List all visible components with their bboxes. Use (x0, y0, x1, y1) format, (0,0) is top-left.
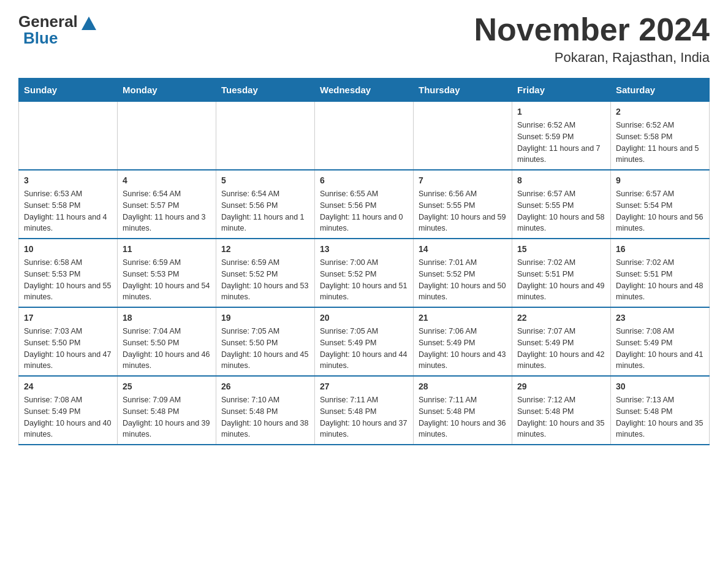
day-number: 1 (517, 105, 605, 118)
calendar-week-1: 1Sunrise: 6:52 AM Sunset: 5:59 PM Daylig… (19, 102, 710, 170)
logo-triangle-icon (82, 17, 96, 30)
day-info: Sunrise: 6:57 AM Sunset: 5:55 PM Dayligh… (517, 188, 605, 234)
day-info: Sunrise: 7:08 AM Sunset: 5:49 PM Dayligh… (24, 394, 112, 440)
day-number: 18 (123, 312, 211, 324)
day-info: Sunrise: 7:05 AM Sunset: 5:50 PM Dayligh… (221, 326, 309, 372)
calendar-cell: 19Sunrise: 7:05 AM Sunset: 5:50 PM Dayli… (216, 307, 315, 376)
day-info: Sunrise: 7:09 AM Sunset: 5:48 PM Dayligh… (123, 394, 211, 440)
day-info: Sunrise: 7:02 AM Sunset: 5:51 PM Dayligh… (616, 257, 704, 303)
day-info: Sunrise: 7:02 AM Sunset: 5:51 PM Dayligh… (517, 257, 605, 303)
day-number: 16 (616, 243, 704, 256)
calendar-cell: 23Sunrise: 7:08 AM Sunset: 5:49 PM Dayli… (611, 307, 710, 376)
calendar-cell: 27Sunrise: 7:11 AM Sunset: 5:48 PM Dayli… (315, 376, 414, 445)
day-number: 9 (616, 174, 704, 187)
day-number: 15 (517, 243, 605, 256)
day-number: 7 (419, 174, 507, 187)
day-info: Sunrise: 7:11 AM Sunset: 5:48 PM Dayligh… (419, 394, 507, 440)
day-info: Sunrise: 6:55 AM Sunset: 5:56 PM Dayligh… (320, 188, 408, 234)
calendar-week-4: 17Sunrise: 7:03 AM Sunset: 5:50 PM Dayli… (19, 307, 710, 376)
calendar-cell: 24Sunrise: 7:08 AM Sunset: 5:49 PM Dayli… (19, 376, 118, 445)
calendar-cell: 14Sunrise: 7:01 AM Sunset: 5:52 PM Dayli… (414, 239, 512, 307)
calendar-cell: 16Sunrise: 7:02 AM Sunset: 5:51 PM Dayli… (611, 239, 710, 307)
calendar-cell: 6Sunrise: 6:55 AM Sunset: 5:56 PM Daylig… (315, 170, 414, 239)
day-number: 4 (123, 174, 211, 187)
calendar-cell (414, 102, 512, 170)
calendar-cell: 17Sunrise: 7:03 AM Sunset: 5:50 PM Dayli… (19, 307, 118, 376)
calendar-cell: 29Sunrise: 7:12 AM Sunset: 5:48 PM Dayli… (512, 376, 611, 445)
day-info: Sunrise: 6:59 AM Sunset: 5:53 PM Dayligh… (123, 257, 211, 303)
day-info: Sunrise: 7:12 AM Sunset: 5:48 PM Dayligh… (517, 394, 605, 440)
calendar-cell: 2Sunrise: 6:52 AM Sunset: 5:58 PM Daylig… (611, 102, 710, 170)
day-info: Sunrise: 6:59 AM Sunset: 5:52 PM Dayligh… (221, 257, 309, 303)
day-number: 20 (320, 312, 408, 324)
day-info: Sunrise: 6:52 AM Sunset: 5:58 PM Dayligh… (616, 120, 704, 166)
calendar-week-2: 3Sunrise: 6:53 AM Sunset: 5:58 PM Daylig… (19, 170, 710, 239)
day-number: 30 (616, 380, 704, 393)
day-info: Sunrise: 6:57 AM Sunset: 5:54 PM Dayligh… (616, 188, 704, 234)
day-info: Sunrise: 7:11 AM Sunset: 5:48 PM Dayligh… (320, 394, 408, 440)
calendar-cell: 20Sunrise: 7:05 AM Sunset: 5:49 PM Dayli… (315, 307, 414, 376)
calendar-cell: 18Sunrise: 7:04 AM Sunset: 5:50 PM Dayli… (118, 307, 216, 376)
calendar-cell: 13Sunrise: 7:00 AM Sunset: 5:52 PM Dayli… (315, 239, 414, 307)
calendar-cell: 4Sunrise: 6:54 AM Sunset: 5:57 PM Daylig… (118, 170, 216, 239)
day-info: Sunrise: 7:07 AM Sunset: 5:49 PM Dayligh… (517, 326, 605, 372)
logo: General Blue (18, 12, 96, 48)
calendar-cell: 11Sunrise: 6:59 AM Sunset: 5:53 PM Dayli… (118, 239, 216, 307)
day-info: Sunrise: 7:03 AM Sunset: 5:50 PM Dayligh… (24, 326, 112, 372)
day-info: Sunrise: 6:52 AM Sunset: 5:59 PM Dayligh… (517, 120, 605, 166)
day-number: 28 (419, 380, 507, 393)
weekday-header-sunday: Sunday (19, 79, 118, 102)
day-number: 27 (320, 380, 408, 393)
weekday-header-wednesday: Wednesday (315, 79, 414, 102)
calendar-cell (118, 102, 216, 170)
calendar-cell: 7Sunrise: 6:56 AM Sunset: 5:55 PM Daylig… (414, 170, 512, 239)
calendar-table: SundayMondayTuesdayWednesdayThursdayFrid… (18, 78, 710, 445)
day-number: 8 (517, 174, 605, 187)
day-info: Sunrise: 6:54 AM Sunset: 5:56 PM Dayligh… (221, 188, 309, 234)
title-area: November 2024 Pokaran, Rajasthan, India (474, 12, 710, 66)
logo-blue-text: Blue (18, 29, 58, 48)
day-number: 19 (221, 312, 309, 324)
day-number: 29 (517, 380, 605, 393)
weekday-header-saturday: Saturday (611, 79, 710, 102)
calendar-cell (19, 102, 118, 170)
day-number: 26 (221, 380, 309, 393)
month-year-title: November 2024 (474, 12, 710, 47)
day-number: 25 (123, 380, 211, 393)
day-info: Sunrise: 7:05 AM Sunset: 5:49 PM Dayligh… (320, 326, 408, 372)
calendar-cell: 5Sunrise: 6:54 AM Sunset: 5:56 PM Daylig… (216, 170, 315, 239)
calendar-cell: 3Sunrise: 6:53 AM Sunset: 5:58 PM Daylig… (19, 170, 118, 239)
calendar-cell: 9Sunrise: 6:57 AM Sunset: 5:54 PM Daylig… (611, 170, 710, 239)
calendar-cell (216, 102, 315, 170)
day-number: 2 (616, 105, 704, 118)
day-number: 11 (123, 243, 211, 256)
day-number: 3 (24, 174, 112, 187)
calendar-cell (315, 102, 414, 170)
day-info: Sunrise: 7:08 AM Sunset: 5:49 PM Dayligh… (616, 326, 704, 372)
day-number: 12 (221, 243, 309, 256)
calendar-cell: 25Sunrise: 7:09 AM Sunset: 5:48 PM Dayli… (118, 376, 216, 445)
day-number: 21 (419, 312, 507, 324)
day-info: Sunrise: 7:00 AM Sunset: 5:52 PM Dayligh… (320, 257, 408, 303)
day-number: 24 (24, 380, 112, 393)
calendar-week-5: 24Sunrise: 7:08 AM Sunset: 5:49 PM Dayli… (19, 376, 710, 445)
weekday-header-tuesday: Tuesday (216, 79, 315, 102)
day-number: 23 (616, 312, 704, 324)
calendar-cell: 26Sunrise: 7:10 AM Sunset: 5:48 PM Dayli… (216, 376, 315, 445)
calendar-cell: 8Sunrise: 6:57 AM Sunset: 5:55 PM Daylig… (512, 170, 611, 239)
calendar-cell: 21Sunrise: 7:06 AM Sunset: 5:49 PM Dayli… (414, 307, 512, 376)
day-info: Sunrise: 7:10 AM Sunset: 5:48 PM Dayligh… (221, 394, 309, 440)
calendar-cell: 10Sunrise: 6:58 AM Sunset: 5:53 PM Dayli… (19, 239, 118, 307)
day-number: 5 (221, 174, 309, 187)
weekday-header-friday: Friday (512, 79, 611, 102)
calendar-cell: 22Sunrise: 7:07 AM Sunset: 5:49 PM Dayli… (512, 307, 611, 376)
day-number: 13 (320, 243, 408, 256)
calendar-header-row: SundayMondayTuesdayWednesdayThursdayFrid… (19, 79, 710, 102)
calendar-cell: 28Sunrise: 7:11 AM Sunset: 5:48 PM Dayli… (414, 376, 512, 445)
day-info: Sunrise: 6:58 AM Sunset: 5:53 PM Dayligh… (24, 257, 112, 303)
day-number: 6 (320, 174, 408, 187)
calendar-cell: 30Sunrise: 7:13 AM Sunset: 5:48 PM Dayli… (611, 376, 710, 445)
weekday-header-thursday: Thursday (414, 79, 512, 102)
day-info: Sunrise: 7:04 AM Sunset: 5:50 PM Dayligh… (123, 326, 211, 372)
calendar-cell: 1Sunrise: 6:52 AM Sunset: 5:59 PM Daylig… (512, 102, 611, 170)
